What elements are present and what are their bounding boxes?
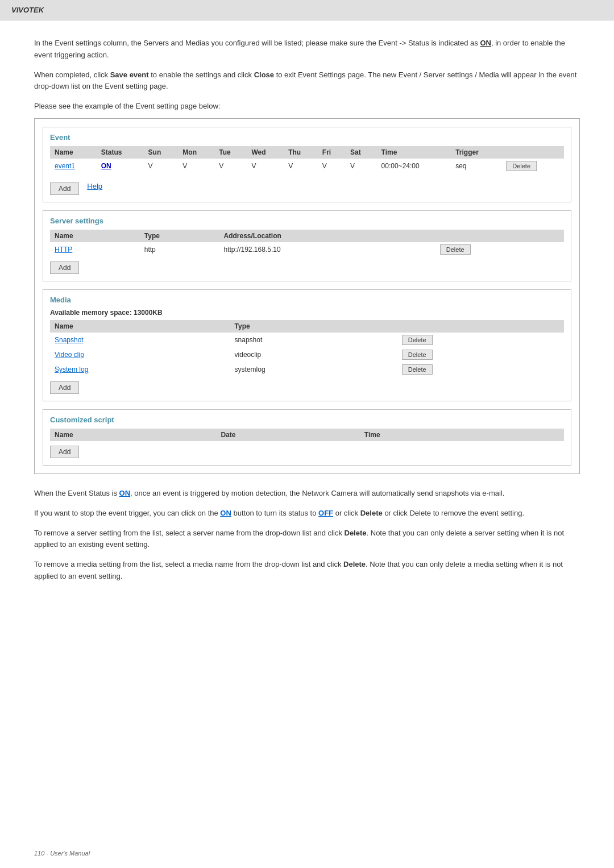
header: VIVOTEK bbox=[0, 0, 614, 20]
server-delete-btn[interactable]: Delete bbox=[440, 244, 471, 255]
example-label: Please see the example of the Event sett… bbox=[34, 101, 580, 113]
media-row-systemlog: System log systemlog Delete bbox=[50, 362, 564, 377]
event1-thu: V bbox=[284, 159, 318, 173]
server-add-btn[interactable]: Add bbox=[50, 261, 79, 274]
server-row-1: HTTP http http://192.168.5.10 Delete bbox=[50, 242, 564, 257]
event-col-sun: Sun bbox=[144, 146, 179, 159]
event-col-thu: Thu bbox=[284, 146, 318, 159]
event1-sun: V bbox=[144, 159, 179, 173]
customized-add-btn[interactable]: Add bbox=[50, 446, 79, 458]
systemlog-link[interactable]: System log bbox=[55, 366, 88, 373]
systemlog-delete-btn[interactable]: Delete bbox=[402, 364, 433, 375]
videoclip-type: videoclip bbox=[230, 347, 397, 362]
customized-section-title: Customized script bbox=[50, 416, 564, 424]
server-col-action bbox=[435, 230, 564, 242]
server-type: http bbox=[140, 242, 219, 257]
customized-col-name: Name bbox=[50, 429, 216, 441]
event1-wed: V bbox=[247, 159, 284, 173]
event1-tue: V bbox=[214, 159, 247, 173]
event-row-1: event1 ON V V V V V V V 00:00~24:00 seq … bbox=[50, 159, 564, 173]
event-table: Name Status Sun Mon Tue Wed Thu Fri Sat … bbox=[50, 146, 564, 173]
server-col-type: Type bbox=[140, 230, 219, 242]
server-col-name: Name bbox=[50, 230, 140, 242]
customized-section: Customized script Name Date Time bbox=[43, 409, 571, 466]
event-col-name: Name bbox=[50, 146, 97, 159]
event-col-status: Status bbox=[97, 146, 144, 159]
bottom-on-link-2[interactable]: ON bbox=[220, 509, 231, 517]
videoclip-link[interactable]: Video clip bbox=[55, 351, 84, 359]
event-col-action bbox=[501, 146, 564, 159]
server-section: Server settings Name Type Address/Locati… bbox=[43, 210, 571, 281]
event1-status[interactable]: ON bbox=[101, 162, 111, 170]
media-col-name: Name bbox=[50, 320, 230, 333]
snapshot-delete-btn[interactable]: Delete bbox=[402, 335, 433, 345]
event-add-btn[interactable]: Add bbox=[50, 182, 79, 195]
customized-col-date: Date bbox=[216, 429, 359, 441]
event-col-time: Time bbox=[377, 146, 451, 159]
event-section-title: Event bbox=[50, 133, 564, 142]
bottom-para-3: To remove a server setting from the list… bbox=[34, 528, 580, 551]
server-address: http://192.168.5.10 bbox=[219, 242, 435, 257]
server-col-address: Address/Location bbox=[219, 230, 435, 242]
event1-fri: V bbox=[318, 159, 346, 173]
bottom-on-link-1[interactable]: ON bbox=[119, 489, 131, 497]
event-help-link[interactable]: Help bbox=[87, 182, 102, 190]
bottom-para-2: If you want to stop the event trigger, y… bbox=[34, 508, 580, 520]
bottom-para-1: When the Event Status is ON, once an eve… bbox=[34, 488, 580, 500]
snapshot-link[interactable]: Snapshot bbox=[55, 336, 84, 344]
event-col-sat: Sat bbox=[346, 146, 377, 159]
intro-para-1: In the Event settings column, the Server… bbox=[34, 38, 580, 61]
media-table: Name Type Snapshot snapshot Delete Video bbox=[50, 320, 564, 377]
media-row-videoclip: Video clip videoclip Delete bbox=[50, 347, 564, 362]
event1-mon: V bbox=[178, 159, 214, 173]
media-col-type: Type bbox=[230, 320, 397, 333]
bottom-off-link[interactable]: OFF bbox=[318, 509, 333, 517]
footer: 110 - User's Manual bbox=[34, 850, 90, 857]
event1-trigger: seq bbox=[451, 159, 501, 173]
event1-delete-btn[interactable]: Delete bbox=[506, 161, 537, 171]
event1-time: 00:00~24:00 bbox=[377, 159, 451, 173]
example-box: Event Name Status Sun Mon Tue Wed Thu Fr… bbox=[34, 118, 580, 474]
event-col-trigger: Trigger bbox=[451, 146, 501, 159]
videoclip-delete-btn[interactable]: Delete bbox=[402, 350, 433, 360]
header-title: VIVOTEK bbox=[11, 6, 44, 14]
media-add-btn[interactable]: Add bbox=[50, 381, 79, 394]
media-row-snapshot: Snapshot snapshot Delete bbox=[50, 333, 564, 347]
intro-para-2: When completed, click Save event to enab… bbox=[34, 69, 580, 93]
media-col-action bbox=[397, 320, 564, 333]
footer-text: 110 - User's Manual bbox=[34, 850, 90, 857]
event1-link[interactable]: event1 bbox=[55, 162, 75, 170]
media-section-title: Media bbox=[50, 296, 564, 304]
event-col-wed: Wed bbox=[247, 146, 284, 159]
http-link[interactable]: HTTP bbox=[55, 246, 72, 254]
customized-col-action bbox=[509, 429, 564, 441]
server-section-title: Server settings bbox=[50, 217, 564, 225]
event-section: Event Name Status Sun Mon Tue Wed Thu Fr… bbox=[43, 127, 571, 202]
event-col-mon: Mon bbox=[178, 146, 214, 159]
server-table: Name Type Address/Location HTTP http htt… bbox=[50, 230, 564, 257]
media-section: Media Available memory space: 13000KB Na… bbox=[43, 289, 571, 401]
event1-sat: V bbox=[346, 159, 377, 173]
systemlog-type: systemlog bbox=[230, 362, 397, 377]
media-available-space: Available memory space: 13000KB bbox=[50, 309, 564, 317]
customized-col-time: Time bbox=[360, 429, 509, 441]
bottom-para-4: To remove a media setting from the list,… bbox=[34, 559, 580, 583]
customized-table: Name Date Time bbox=[50, 429, 564, 441]
snapshot-type: snapshot bbox=[230, 333, 397, 347]
event-col-tue: Tue bbox=[214, 146, 247, 159]
event-col-fri: Fri bbox=[318, 146, 346, 159]
